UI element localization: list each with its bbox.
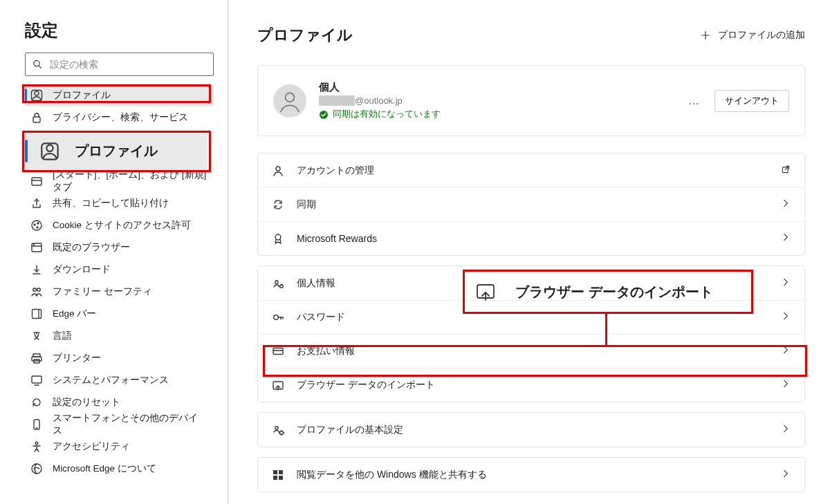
sidebar-item-label: Edge バー xyxy=(53,308,96,320)
chevron-right-icon xyxy=(781,311,791,324)
more-button[interactable]: … xyxy=(683,92,706,110)
sidebar-item-label: Microsoft Edge について xyxy=(53,463,156,475)
menu-row-payment[interactable]: お支払い情報 xyxy=(258,334,804,368)
sidebar-item-label: スマートフォンとその他のデバイス xyxy=(53,412,207,437)
lock-icon xyxy=(30,111,43,124)
menu-row-sync[interactable]: 同期 xyxy=(258,187,804,221)
menu-row-label: Microsoft Rewards xyxy=(297,233,781,244)
sidebar-item-phone[interactable]: スマートフォンとその他のデバイス xyxy=(25,413,214,436)
tab-icon xyxy=(30,175,43,187)
about-icon xyxy=(30,463,43,475)
sidebar-item-label: 共有、コピーして貼り付け xyxy=(53,197,169,209)
sidebar-item-label: [スタート]、[ホーム]、および [新規] タブ xyxy=(53,169,207,194)
avatar xyxy=(273,84,306,118)
menu-row-windows[interactable]: 閲覧データを他の Windows 機能と共有する xyxy=(258,458,804,492)
sidebar-item-label: ダウンロード xyxy=(53,263,111,276)
browser-icon xyxy=(30,241,43,254)
payment-icon xyxy=(272,345,284,357)
cookie-icon xyxy=(30,219,43,232)
menu-row-label: アカウントの管理 xyxy=(297,165,781,177)
page-title: プロファイル xyxy=(257,25,353,46)
sidebar-item-label: プリンター xyxy=(53,352,101,364)
prefs-icon xyxy=(272,424,284,436)
profile-icon xyxy=(40,142,59,161)
check-icon xyxy=(319,110,329,120)
profile-card: 個人 xxxxxxxx@outlook.jp 同期は有効になっています … サイ… xyxy=(257,65,805,136)
language-icon xyxy=(30,330,43,342)
sidebar-item-cookie[interactable]: Cookie とサイトのアクセス許可 xyxy=(25,214,214,236)
phone-icon xyxy=(30,418,43,431)
menu-row-label: 閲覧データを他の Windows 機能と共有する xyxy=(297,469,781,481)
chevron-right-icon xyxy=(781,232,791,245)
menu-row-label: プロファイルの基本設定 xyxy=(297,424,781,436)
rewards-icon xyxy=(272,232,284,245)
sidebar-item-label: 既定のブラウザー xyxy=(53,241,130,254)
chevron-right-icon xyxy=(781,424,791,436)
sidebar-item-label: システムとパフォーマンス xyxy=(53,374,169,386)
menu-row-label: お支払い情報 xyxy=(297,345,781,357)
sidebar-item-language[interactable]: 言語 xyxy=(25,325,214,347)
menu-row-label: 同期 xyxy=(297,198,781,211)
menu-row-import[interactable]: ブラウザー データのインポート xyxy=(258,368,804,402)
sidebar-item-printer[interactable]: プリンター xyxy=(25,347,214,369)
menu-row-label: ブラウザー データのインポート xyxy=(297,379,781,391)
search-icon xyxy=(33,59,43,70)
external-link-icon xyxy=(781,165,791,177)
chevron-right-icon xyxy=(781,379,791,391)
menu-row-rewards[interactable]: Microsoft Rewards xyxy=(258,221,804,255)
sidebar-item-share[interactable]: 共有、コピーして貼り付け xyxy=(25,192,214,214)
edgebar-icon xyxy=(30,308,43,320)
sidebar-item-label: 言語 xyxy=(53,330,72,342)
settings-sidebar: 設定 プロファイルプライバシー、検索、サービス外観[スタート]、[ホーム]、およ… xyxy=(0,0,228,504)
search-input-wrap[interactable] xyxy=(25,53,214,76)
menu-group: 閲覧データを他の Windows 機能と共有する xyxy=(257,457,805,492)
add-profile-button[interactable]: プロファイルの追加 xyxy=(700,29,805,41)
sidebar-item-edgebar[interactable]: Edge バー xyxy=(25,303,214,325)
menu-row-prefs[interactable]: プロファイルの基本設定 xyxy=(258,413,804,447)
import-icon xyxy=(475,281,496,302)
system-icon xyxy=(30,374,43,386)
annotation-line xyxy=(605,314,607,346)
sidebar-item-profile[interactable]: プロファイル xyxy=(25,84,214,106)
accessibility-icon xyxy=(30,440,43,453)
sidebar-item-download[interactable]: ダウンロード xyxy=(25,259,214,281)
family-icon xyxy=(30,286,43,298)
chevron-right-icon xyxy=(781,345,791,357)
reset-icon xyxy=(30,396,43,409)
windows-icon xyxy=(272,469,284,481)
sidebar-item-about[interactable]: Microsoft Edge について xyxy=(25,458,214,480)
callout-import-enlarged: ブラウザー データのインポート xyxy=(463,270,753,314)
personalinfo-icon xyxy=(272,277,284,290)
sidebar-item-label: 設定のリセット xyxy=(53,396,120,409)
chevron-right-icon xyxy=(781,277,791,290)
chevron-right-icon xyxy=(781,469,791,481)
sidebar-item-label: ファミリー セーフティ xyxy=(53,286,152,298)
avatar-icon xyxy=(277,88,302,113)
sidebar-item-label: Cookie とサイトのアクセス許可 xyxy=(53,219,191,232)
signout-button[interactable]: サインアウト xyxy=(714,90,789,112)
sidebar-item-lock[interactable]: プライバシー、検索、サービス xyxy=(25,106,214,129)
sidebar-item-browser[interactable]: 既定のブラウザー xyxy=(25,236,214,259)
sidebar-item-reset[interactable]: 設定のリセット xyxy=(25,391,214,413)
import-icon xyxy=(272,379,284,391)
sidebar-item-family[interactable]: ファミリー セーフティ xyxy=(25,281,214,303)
sidebar-item-label: プロファイル xyxy=(53,89,111,102)
printer-icon xyxy=(30,352,43,364)
password-icon xyxy=(272,311,284,324)
menu-group: プロファイルの基本設定 xyxy=(257,412,805,447)
profile-name: 個人 xyxy=(319,81,683,94)
manage-icon xyxy=(272,165,284,177)
main-content: プロファイル プロファイルの追加 個人 xxxxxxxx@outlook.jp … xyxy=(228,0,830,504)
menu-row-manage[interactable]: アカウントの管理 xyxy=(258,153,804,187)
add-profile-label: プロファイルの追加 xyxy=(718,29,805,41)
sidebar-item-system[interactable]: システムとパフォーマンス xyxy=(25,369,214,391)
search-input[interactable] xyxy=(50,59,206,70)
sync-icon xyxy=(272,198,284,211)
sync-status: 同期は有効になっています xyxy=(319,109,683,120)
profile-icon xyxy=(30,89,43,102)
chevron-right-icon xyxy=(781,198,791,211)
sidebar-item-accessibility[interactable]: アクセシビリティ xyxy=(25,436,214,458)
sidebar-item-tab[interactable]: [スタート]、[ホーム]、および [新規] タブ xyxy=(25,170,214,192)
profile-email: xxxxxxxx@outlook.jp xyxy=(319,95,683,106)
sidebar-item-label: アクセシビリティ xyxy=(53,440,130,453)
